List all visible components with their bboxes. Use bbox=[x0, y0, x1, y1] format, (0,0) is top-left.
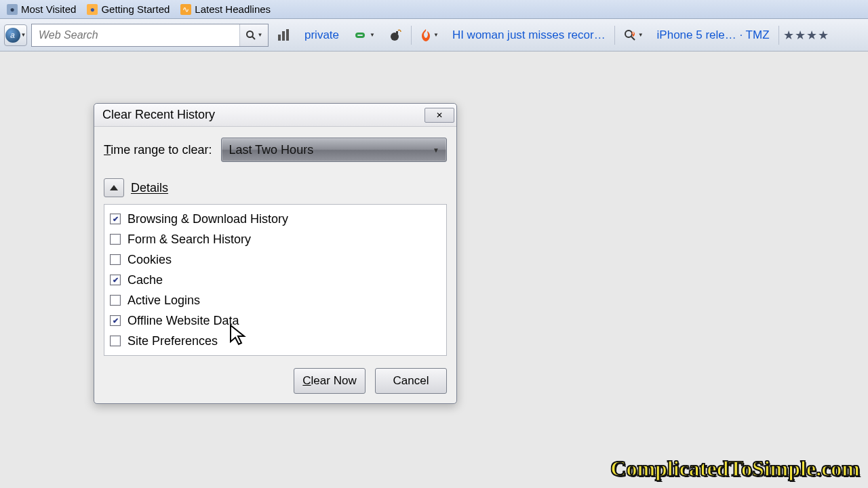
magnifier-icon bbox=[245, 30, 256, 41]
chevron-down-icon: ▼ bbox=[258, 32, 263, 38]
history-item-label: Cache bbox=[127, 273, 163, 287]
history-item-row[interactable]: Offline Website Data bbox=[110, 310, 441, 331]
bookmark-label: Most Visited bbox=[21, 3, 76, 15]
bookmark-item[interactable]: ●Getting Started bbox=[83, 2, 174, 16]
checkbox[interactable] bbox=[110, 234, 121, 245]
time-range-select[interactable]: Last Two Hours ▼ bbox=[221, 138, 447, 162]
history-item-label: Active Logins bbox=[127, 293, 200, 308]
history-item-row[interactable]: Browsing & Download History bbox=[110, 209, 441, 229]
firefox-icon: ● bbox=[87, 4, 98, 15]
chevron-up-icon bbox=[110, 185, 118, 190]
time-range-label: Time range to clear: bbox=[104, 143, 212, 157]
svg-rect-4 bbox=[286, 29, 289, 41]
dialog-titlebar: Clear Recent History ✕ bbox=[94, 104, 456, 127]
history-item-row[interactable]: Site Preferences bbox=[110, 331, 441, 351]
time-range-value: Last Two Hours bbox=[229, 143, 313, 157]
web-search-box[interactable]: ▼ bbox=[31, 24, 269, 47]
star-icon: ★ bbox=[806, 28, 817, 43]
svg-line-8 bbox=[631, 37, 635, 40]
history-item-label: Form & Search History bbox=[127, 232, 251, 247]
bars-icon bbox=[277, 29, 291, 41]
checkbox[interactable] bbox=[110, 295, 121, 306]
history-item-label: Browsing & Download History bbox=[127, 212, 288, 226]
toolbar: a ▼ ▼ private ▼ ▼ HI bbox=[0, 19, 868, 52]
chain-link-icon bbox=[353, 30, 368, 41]
clear-history-dialog: Clear Recent History ✕ Time range to cle… bbox=[94, 103, 457, 404]
history-item-row[interactable]: Form & Search History bbox=[110, 229, 441, 249]
link-button[interactable]: ▼ bbox=[348, 24, 380, 47]
checkbox[interactable] bbox=[110, 254, 121, 265]
bomb-button[interactable] bbox=[384, 24, 407, 47]
stats-button[interactable] bbox=[273, 24, 296, 47]
svg-rect-2 bbox=[278, 35, 281, 41]
rss-icon: ∿ bbox=[180, 4, 191, 15]
chevron-down-icon: ▼ bbox=[21, 32, 26, 38]
details-label: Details bbox=[131, 181, 168, 195]
details-expander[interactable] bbox=[104, 178, 124, 197]
star-icon: ★ bbox=[783, 28, 794, 43]
private-link[interactable]: private bbox=[300, 24, 344, 47]
svg-rect-3 bbox=[282, 31, 285, 41]
close-icon: ✕ bbox=[436, 110, 443, 120]
details-items-list: Browsing & Download HistoryForm & Search… bbox=[104, 204, 447, 356]
history-item-row[interactable]: Active Logins bbox=[110, 290, 441, 310]
chevron-down-icon: ▼ bbox=[638, 32, 644, 38]
checkbox[interactable] bbox=[110, 336, 121, 346]
checkbox[interactable] bbox=[110, 214, 121, 224]
svg-point-7 bbox=[625, 30, 632, 37]
svg-line-1 bbox=[252, 37, 255, 39]
clear-now-button[interactable]: Clear Now bbox=[294, 368, 366, 394]
app-menu-button[interactable]: a ▼ bbox=[4, 24, 27, 46]
dialog-title: Clear Recent History bbox=[102, 108, 215, 122]
watermark-text: ComplicatedToSimple.com bbox=[610, 456, 860, 481]
chevron-down-icon: ▼ bbox=[433, 32, 439, 38]
svg-point-0 bbox=[247, 31, 253, 37]
bookmark-label: Latest Headlines bbox=[195, 3, 271, 15]
news-link-1[interactable]: HI woman just misses recor… bbox=[448, 24, 610, 47]
history-item-row[interactable]: Cache bbox=[110, 270, 441, 290]
search-submit-button[interactable]: ▼ bbox=[239, 24, 268, 46]
chevron-down-icon: ▼ bbox=[370, 32, 375, 38]
toolbar-separator bbox=[614, 26, 615, 45]
history-item-row[interactable]: Cookies bbox=[110, 249, 441, 270]
bookmarks-bar: ●Most Visited●Getting Started∿Latest Hea… bbox=[0, 0, 868, 19]
checkbox[interactable] bbox=[110, 274, 121, 285]
cancel-button[interactable]: Cancel bbox=[375, 368, 447, 394]
toolbar-separator bbox=[411, 26, 412, 45]
rating-stars[interactable]: ★ ★ ★ ★ bbox=[783, 28, 833, 43]
toolbar-separator bbox=[778, 26, 779, 45]
history-item-label: Cookies bbox=[127, 253, 172, 267]
page-icon: ● bbox=[7, 4, 18, 15]
news-dropdown-2[interactable]: ▼ bbox=[619, 24, 648, 47]
magnifier-flame-icon bbox=[624, 29, 636, 41]
bookmark-label: Getting Started bbox=[101, 3, 170, 15]
close-button[interactable]: ✕ bbox=[425, 108, 454, 123]
chevron-down-icon: ▼ bbox=[433, 146, 439, 154]
bookmark-item[interactable]: ∿Latest Headlines bbox=[176, 2, 275, 16]
history-item-label: Offline Website Data bbox=[127, 314, 239, 328]
star-icon: ★ bbox=[818, 28, 829, 43]
bookmark-item[interactable]: ●Most Visited bbox=[3, 2, 80, 16]
search-input[interactable] bbox=[32, 29, 239, 41]
flame-icon bbox=[420, 29, 431, 41]
news-dropdown-1[interactable]: ▼ bbox=[416, 24, 443, 47]
svg-rect-6 bbox=[396, 31, 398, 34]
checkbox[interactable] bbox=[110, 315, 121, 326]
news-link-2[interactable]: iPhone 5 rele… · TMZ bbox=[652, 24, 774, 47]
star-icon: ★ bbox=[795, 28, 806, 43]
history-item-label: Site Preferences bbox=[127, 334, 218, 348]
bomb-icon bbox=[389, 28, 402, 42]
app-logo-icon: a bbox=[5, 28, 20, 43]
